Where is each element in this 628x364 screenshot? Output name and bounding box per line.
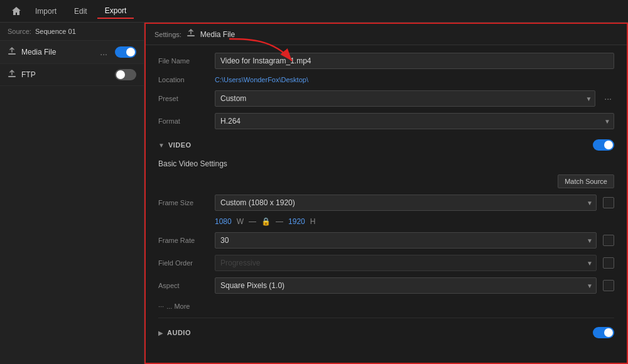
file-name-row: File Name bbox=[158, 53, 614, 69]
location-row: Location C:\Users\WonderFox\Desktop\ bbox=[158, 75, 614, 84]
field-order-row: Field Order Progressive ▼ bbox=[158, 255, 614, 271]
lock-icon[interactable]: 🔒 bbox=[261, 217, 271, 226]
frame-rate-select[interactable]: 30 bbox=[215, 232, 597, 249]
preset-row: Preset Custom ▼ ··· bbox=[158, 90, 614, 107]
frame-size-select[interactable]: Custom (1080 x 1920) bbox=[215, 195, 597, 211]
aspect-select-wrapper: Square Pixels (1.0) ▼ bbox=[215, 277, 597, 294]
ftp-label: FTP bbox=[21, 70, 110, 79]
height-h-label: H bbox=[310, 217, 316, 226]
field-order-label: Field Order bbox=[158, 259, 208, 267]
svg-rect-0 bbox=[8, 53, 16, 55]
dim-dash-left: — bbox=[249, 217, 256, 226]
aspect-label: Aspect bbox=[158, 282, 208, 289]
preset-dots-btn[interactable]: ··· bbox=[602, 92, 614, 105]
location-link[interactable]: C:\Users\WonderFox\Desktop\ bbox=[215, 76, 308, 83]
upload-icon-ftp bbox=[8, 70, 16, 80]
frame-size-checkbox[interactable] bbox=[603, 197, 614, 208]
field-order-select-wrapper: Progressive ▼ bbox=[215, 255, 597, 271]
svg-rect-1 bbox=[8, 76, 16, 77]
format-select[interactable]: H.264 bbox=[215, 113, 614, 129]
location-label: Location bbox=[158, 76, 208, 83]
nav-import[interactable]: Import bbox=[28, 4, 64, 18]
format-select-wrapper: H.264 ▼ bbox=[215, 113, 614, 129]
more-row[interactable]: ··· ... More bbox=[158, 300, 614, 313]
ftp-toggle[interactable] bbox=[115, 69, 136, 80]
field-order-select[interactable]: Progressive bbox=[215, 255, 597, 271]
export-item-ftp[interactable]: FTP bbox=[0, 64, 144, 86]
settings-label: Settings: bbox=[154, 31, 181, 38]
video-section-title: VIDEO bbox=[168, 141, 192, 149]
left-panel: Source: Sequence 01 Media File ... bbox=[0, 23, 144, 364]
file-name-control bbox=[215, 53, 614, 69]
audio-section-header[interactable]: ▶ AUDIO bbox=[158, 323, 614, 342]
width-value: 1080 bbox=[215, 217, 232, 226]
source-value: Sequence 01 bbox=[35, 28, 76, 35]
top-bar: Import Edit Export bbox=[0, 0, 628, 23]
frame-rate-select-wrapper: 30 ▼ bbox=[215, 232, 597, 249]
height-value: 1920 bbox=[288, 217, 305, 226]
media-file-label: Media File bbox=[21, 48, 92, 56]
basic-video-label: Basic Video Settings bbox=[158, 159, 614, 168]
media-file-toggle[interactable] bbox=[115, 46, 136, 58]
match-source-row: Match Source bbox=[158, 174, 614, 188]
settings-content: File Name Location C:\Users\WonderFox\De… bbox=[146, 45, 627, 363]
preset-select[interactable]: Custom bbox=[215, 90, 595, 107]
aspect-row: Aspect Square Pixels (1.0) ▼ bbox=[158, 277, 614, 294]
file-name-label: File Name bbox=[158, 57, 208, 65]
audio-section-title: AUDIO bbox=[167, 329, 191, 336]
svg-rect-2 bbox=[187, 35, 195, 36]
media-file-dots[interactable]: ... bbox=[97, 46, 110, 58]
width-w-label: W bbox=[237, 217, 244, 226]
preset-select-wrapper: Custom ▼ bbox=[215, 90, 595, 107]
dim-dash-right: — bbox=[276, 217, 283, 226]
upload-icon-media bbox=[8, 47, 16, 58]
format-label: Format bbox=[158, 117, 208, 125]
video-section-left: ▼ VIDEO bbox=[158, 141, 192, 149]
video-section-header[interactable]: ▼ VIDEO bbox=[158, 136, 614, 154]
more-dots: ··· bbox=[158, 302, 164, 310]
frame-rate-row: Frame Rate 30 ▼ bbox=[158, 232, 614, 249]
file-name-input[interactable] bbox=[215, 53, 614, 69]
right-panel: Settings: Media File File Name bbox=[144, 23, 628, 364]
frame-size-label: Frame Size bbox=[158, 199, 208, 206]
audio-chevron-icon: ▶ bbox=[158, 329, 163, 336]
export-item-media-file[interactable]: Media File ... bbox=[0, 41, 144, 64]
preset-label: Preset bbox=[158, 95, 208, 102]
aspect-select[interactable]: Square Pixels (1.0) bbox=[215, 277, 597, 294]
dimension-row: 1080 W — 🔒 — 1920 H bbox=[215, 217, 614, 226]
settings-header: Settings: Media File bbox=[146, 24, 627, 45]
settings-title: Media File bbox=[200, 30, 235, 39]
nav-edit[interactable]: Edit bbox=[67, 4, 95, 18]
settings-upload-icon bbox=[187, 29, 195, 40]
aspect-checkbox[interactable] bbox=[603, 280, 614, 291]
video-chevron-icon: ▼ bbox=[158, 142, 165, 149]
audio-section-left: ▶ AUDIO bbox=[158, 329, 191, 336]
nav-export[interactable]: Export bbox=[97, 4, 134, 19]
home-button[interactable] bbox=[8, 3, 25, 20]
more-label: ... More bbox=[166, 302, 190, 310]
frame-rate-checkbox[interactable] bbox=[603, 235, 614, 246]
audio-toggle[interactable] bbox=[593, 327, 614, 338]
source-bar: Source: Sequence 01 bbox=[0, 23, 144, 41]
main-layout: Source: Sequence 01 Media File ... bbox=[0, 23, 628, 364]
format-row: Format H.264 ▼ bbox=[158, 113, 614, 129]
audio-section: ▶ AUDIO bbox=[158, 318, 614, 342]
match-source-button[interactable]: Match Source bbox=[558, 174, 614, 188]
frame-size-select-wrapper: Custom (1080 x 1920) ▼ bbox=[215, 195, 597, 211]
field-order-checkbox[interactable] bbox=[603, 257, 614, 269]
source-label: Source: bbox=[8, 28, 31, 35]
frame-rate-label: Frame Rate bbox=[158, 237, 208, 244]
frame-size-row: Frame Size Custom (1080 x 1920) ▼ bbox=[158, 195, 614, 211]
location-control: C:\Users\WonderFox\Desktop\ bbox=[215, 75, 614, 84]
video-toggle[interactable] bbox=[593, 139, 614, 151]
